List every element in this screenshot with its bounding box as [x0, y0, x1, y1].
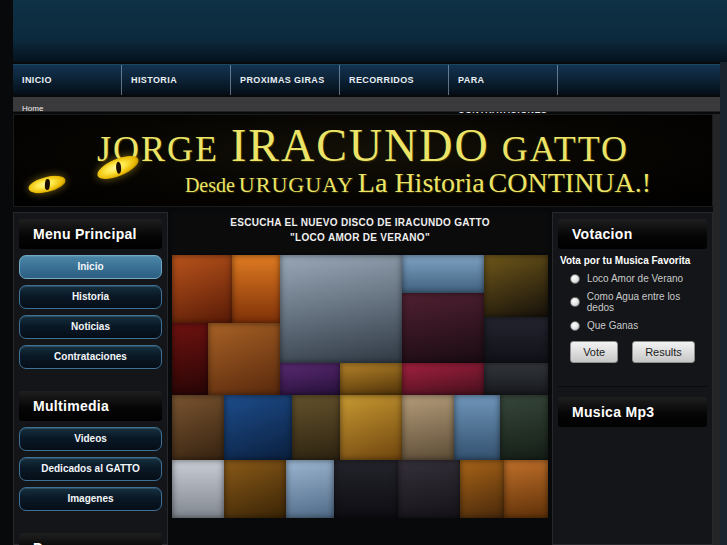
collage-photo [454, 395, 500, 460]
banner-uruguay: URUGUAY [239, 172, 354, 197]
divider [558, 377, 707, 387]
vote-option-que-ganas[interactable]: Que Ganas [570, 320, 707, 331]
sidebar-item-dedicados-al-gatto[interactable]: Dedicados al GATTO [19, 457, 162, 481]
banner-subtitle: Desde URUGUAY La Historia CONTINUA.! [124, 167, 712, 199]
promo-line1: ESCUCHA EL NUEVO DISCO DE IRACUNDO GATTO [172, 213, 548, 228]
multimedia-header: Multimedia [19, 391, 162, 421]
collage-photo [172, 460, 224, 518]
page-edge [720, 62, 727, 545]
radio-icon[interactable] [570, 274, 580, 284]
vote-option-label: Que Ganas [587, 320, 638, 331]
collage-photo [402, 363, 484, 395]
breadcrumb-bar: Home [13, 97, 727, 112]
results-button[interactable]: Results [632, 341, 695, 363]
votacion-header: Votacion [558, 219, 707, 249]
left-sidebar: Menu Principal Inicio Historia Noticias … [13, 212, 168, 545]
vote-buttons: Vote Results [558, 341, 707, 363]
collage-photo [484, 317, 548, 363]
sidebar-item-historia[interactable]: Historia [19, 285, 162, 309]
collage-photo [232, 255, 280, 323]
vote-option-label: Como Agua entre los dedos [587, 291, 707, 313]
collage-photo [172, 395, 224, 460]
promo-banner: ESCUCHA EL NUEVO DISCO DE IRACUNDO GATTO… [172, 213, 548, 253]
collage-photo [208, 323, 280, 395]
nav-item-historia[interactable]: HISTORIA [122, 65, 231, 95]
radio-icon[interactable] [570, 297, 580, 307]
page-edge [713, 114, 720, 545]
nav-item-para-contrataciones[interactable]: PARA CONTRATACIONES [449, 65, 558, 95]
vote-question: Vota por tu Musica Favorita [560, 255, 705, 266]
cat-eye-icon [27, 173, 68, 197]
collage-photo [286, 460, 334, 518]
sidebar-item-inicio[interactable]: Inicio [19, 255, 162, 279]
collage-photo [172, 323, 208, 395]
collage-photo [484, 363, 548, 395]
musica-mp3-header: Musica Mp3 [558, 397, 707, 427]
banner-continua: CONTINUA.! [489, 167, 652, 198]
collage-photo [460, 460, 504, 518]
collage-photo [484, 255, 548, 317]
photo-collage [172, 255, 548, 518]
collage-photo [398, 460, 460, 518]
radio-icon[interactable] [570, 321, 580, 331]
collage-photo [334, 460, 398, 518]
banner-word-gatto: GATTO [502, 129, 629, 169]
page: INICIO HISTORIA PROXIMAS GIRAS RECORRIDO… [0, 0, 727, 545]
descargas-header: Descargas [19, 533, 162, 545]
sidebar-item-videos[interactable]: Videos [19, 427, 162, 451]
collage-photo [402, 395, 454, 460]
vote-option-loco-amor-de-verano[interactable]: Loco Amor de Verano [570, 273, 707, 284]
collage-photo [402, 255, 484, 293]
collage-photo [224, 395, 292, 460]
promo-line2: "LOCO AMOR DE VERANO" [172, 228, 548, 243]
collage-photo [172, 255, 232, 323]
collage-photo [292, 395, 340, 460]
collage-photo [504, 460, 548, 518]
vote-option-label: Loco Amor de Verano [587, 273, 683, 284]
menu-principal-header: Menu Principal [19, 219, 162, 249]
banner-word-iracundo: IRACUNDO [231, 120, 490, 171]
top-header [13, 0, 727, 62]
banner-desde: Desde [185, 174, 235, 196]
vote-option-como-agua-entre-los-dedos[interactable]: Como Agua entre los dedos [570, 291, 707, 313]
vote-button[interactable]: Vote [570, 341, 618, 363]
nav-item-recorridos[interactable]: RECORRIDOS [340, 65, 449, 95]
sidebar-item-contrataciones[interactable]: Contrataciones [19, 345, 162, 369]
main-nav: INICIO HISTORIA PROXIMAS GIRAS RECORRIDO… [13, 64, 727, 95]
site-banner: JORGE IRACUNDO GATTO Desde URUGUAY La Hi… [13, 114, 713, 207]
collage-photo [280, 255, 402, 363]
collage-photo [340, 395, 402, 460]
collage-photo [280, 363, 340, 395]
collage-photo [224, 460, 286, 518]
collage-photo [500, 395, 548, 460]
banner-la-historia: La Historia [358, 167, 485, 198]
nav-item-proximas-giras[interactable]: PROXIMAS GIRAS [231, 65, 340, 95]
collage-photo [340, 363, 402, 395]
nav-item-inicio[interactable]: INICIO [13, 65, 122, 95]
right-sidebar: Votacion Vota por tu Musica Favorita Loc… [552, 212, 713, 545]
breadcrumb[interactable]: Home [22, 104, 43, 113]
sidebar-item-noticias[interactable]: Noticias [19, 315, 162, 339]
collage-photo [402, 293, 484, 363]
sidebar-item-imagenes[interactable]: Imagenes [19, 487, 162, 511]
